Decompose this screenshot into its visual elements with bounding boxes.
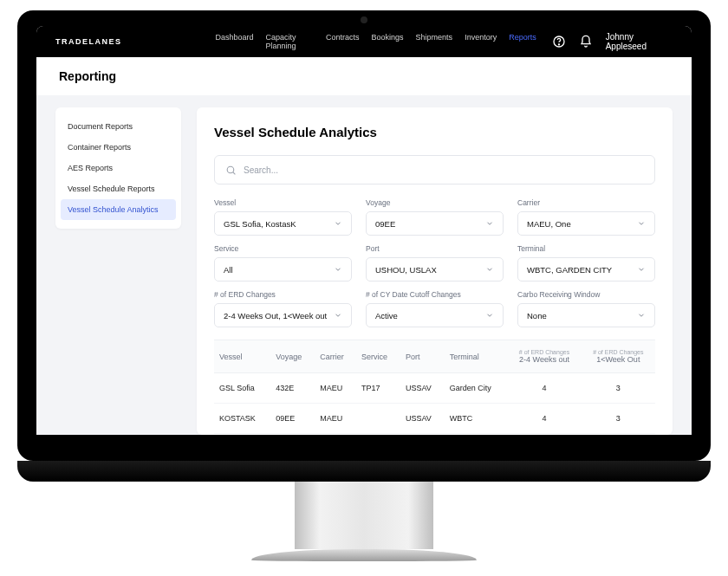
cell-port: USSAV xyxy=(400,373,445,404)
cell-voyage: 432E xyxy=(270,373,315,404)
chevron-down-icon xyxy=(334,265,342,274)
filter-label: Service xyxy=(214,244,352,253)
filter-service: Service All xyxy=(214,244,352,282)
chevron-down-icon xyxy=(637,219,646,228)
content-area: Document Reports Container Reports AES R… xyxy=(36,95,692,435)
sidebar-item-container-reports[interactable]: Container Reports xyxy=(61,137,176,158)
terminal-select[interactable]: WBTC, GARDEN CITY xyxy=(517,257,655,282)
select-value: All xyxy=(224,265,233,275)
filter-port: Port USHOU, USLAX xyxy=(366,244,504,282)
th-erd-b-label: 1<Week Out xyxy=(596,355,640,364)
service-select[interactable]: All xyxy=(214,257,352,282)
filter-terminal: Terminal WBTC, GARDEN CITY xyxy=(517,244,655,282)
help-icon[interactable] xyxy=(552,34,567,49)
cy-cutoff-select[interactable]: Active xyxy=(366,303,504,327)
app-screen: TRADELANES Dashboard Capacity Planning C… xyxy=(36,26,692,435)
camera-dot xyxy=(361,16,367,23)
erd-changes-select[interactable]: 2-4 Weeks Out, 1<Week out xyxy=(214,303,352,327)
vessel-select[interactable]: GSL Sofia, KostasK xyxy=(214,211,352,236)
nav-dashboard[interactable]: Dashboard xyxy=(216,33,254,50)
cell-terminal: WBTC xyxy=(445,404,508,434)
sidebar-item-aes-reports[interactable]: AES Reports xyxy=(61,158,176,178)
report-sidebar: Document Reports Container Reports AES R… xyxy=(55,107,181,229)
filter-vessel: Vessel GSL Sofia, KostasK xyxy=(214,198,352,236)
filter-grid: Vessel GSL Sofia, KostasK Voyage 09EE xyxy=(214,198,655,327)
filter-label: Terminal xyxy=(517,244,655,253)
svg-point-1 xyxy=(559,44,560,45)
topbar-right: Johnny Appleseed xyxy=(552,32,673,51)
cell-terminal: Garden City xyxy=(445,373,508,404)
sidebar-item-vessel-schedule-reports[interactable]: Vessel Schedule Reports xyxy=(61,178,176,199)
th-vessel[interactable]: Vessel xyxy=(214,340,270,373)
bell-icon[interactable] xyxy=(579,34,594,49)
th-erd-group: # of ERD Changes xyxy=(587,349,650,355)
search-input[interactable]: Search... xyxy=(214,155,655,184)
select-value: 2-4 Weeks Out, 1<Week out xyxy=(224,311,327,320)
top-nav-bar: TRADELANES Dashboard Capacity Planning C… xyxy=(36,26,692,57)
cell-erd-b: 3 xyxy=(582,373,655,404)
nav-contracts[interactable]: Contracts xyxy=(326,33,360,50)
th-voyage[interactable]: Voyage xyxy=(270,340,315,373)
table-row[interactable]: GSL Sofia 432E MAEU TP17 USSAV Garden Ci… xyxy=(214,373,655,404)
th-erd-a-label: 2-4 Weeks out xyxy=(519,355,569,364)
results-table-wrap: Vessel Voyage Carrier Service Port Termi… xyxy=(214,340,655,435)
carrier-select[interactable]: MAEU, One xyxy=(517,211,655,236)
chevron-down-icon xyxy=(485,311,494,320)
filter-carbo-window: Carbo Receiving Window None xyxy=(517,290,655,327)
filter-label: # of ERD Changes xyxy=(214,290,352,299)
port-select[interactable]: USHOU, USLAX xyxy=(366,257,504,282)
sidebar-item-document-reports[interactable]: Document Reports xyxy=(61,116,176,137)
filter-label: # of CY Date Cutoff Changes xyxy=(366,290,504,299)
main-panel: Vessel Schedule Analytics Search... Vess… xyxy=(197,107,673,435)
chevron-down-icon xyxy=(637,265,646,274)
user-name[interactable]: Johnny Appleseed xyxy=(606,32,673,51)
th-terminal[interactable]: Terminal xyxy=(445,340,508,373)
select-value: 09EE xyxy=(375,219,395,229)
svg-line-3 xyxy=(233,172,236,174)
th-carrier[interactable]: Carrier xyxy=(315,340,356,373)
filter-voyage: Voyage 09EE xyxy=(366,198,504,236)
filter-label: Carrier xyxy=(517,198,655,207)
nav-reports[interactable]: Reports xyxy=(509,33,536,50)
filter-carrier: Carrier MAEU, One xyxy=(517,198,655,236)
monitor-stand-base xyxy=(251,549,477,561)
monitor-bezel: TRADELANES Dashboard Capacity Planning C… xyxy=(17,10,711,461)
sidebar-item-vessel-schedule-analytics[interactable]: Vessel Schedule Analytics xyxy=(61,199,176,220)
filter-label: Voyage xyxy=(366,198,504,207)
cell-erd-b: 3 xyxy=(582,404,655,434)
voyage-select[interactable]: 09EE xyxy=(366,211,504,236)
cell-vessel: KOSTASK xyxy=(214,404,270,434)
th-erd-a[interactable]: # of ERD Changes 2-4 Weeks out xyxy=(507,340,581,373)
th-service[interactable]: Service xyxy=(356,340,400,373)
page-title: Reporting xyxy=(36,57,692,95)
th-erd-b[interactable]: # of ERD Changes 1<Week Out xyxy=(582,340,655,373)
cell-service: TP17 xyxy=(356,373,400,404)
svg-point-2 xyxy=(227,166,234,173)
filter-erd-changes: # of ERD Changes 2-4 Weeks Out, 1<Week o… xyxy=(214,290,352,327)
search-icon xyxy=(225,165,237,176)
panel-title: Vessel Schedule Analytics xyxy=(214,125,655,139)
chevron-down-icon xyxy=(485,265,494,274)
chevron-down-icon xyxy=(334,311,342,320)
cell-vessel: GSL Sofia xyxy=(214,373,270,404)
filter-label: Vessel xyxy=(214,198,352,207)
cell-carrier: MAEU xyxy=(315,404,356,434)
cell-voyage: 09EE xyxy=(270,404,315,434)
table-row[interactable]: KOSTASK 09EE MAEU USSAV WBTC 4 3 xyxy=(214,404,655,434)
th-port[interactable]: Port xyxy=(400,340,445,373)
chevron-down-icon xyxy=(637,311,646,320)
nav-capacity-planning[interactable]: Capacity Planning xyxy=(266,33,315,50)
nav-inventory[interactable]: Inventory xyxy=(465,33,497,50)
carbo-window-select[interactable]: None xyxy=(517,303,655,327)
select-value: None xyxy=(527,311,547,320)
cell-port: USSAV xyxy=(400,404,445,434)
cell-erd-a: 4 xyxy=(507,373,581,404)
nav-bookings[interactable]: Bookings xyxy=(372,33,404,50)
brand-logo: TRADELANES xyxy=(55,37,122,46)
results-table: Vessel Voyage Carrier Service Port Termi… xyxy=(214,340,655,434)
primary-nav: Dashboard Capacity Planning Contracts Bo… xyxy=(216,33,536,50)
monitor-stand-neck xyxy=(295,482,433,549)
nav-shipments[interactable]: Shipments xyxy=(416,33,453,50)
cell-erd-a: 4 xyxy=(507,404,581,434)
chevron-down-icon xyxy=(485,219,494,228)
